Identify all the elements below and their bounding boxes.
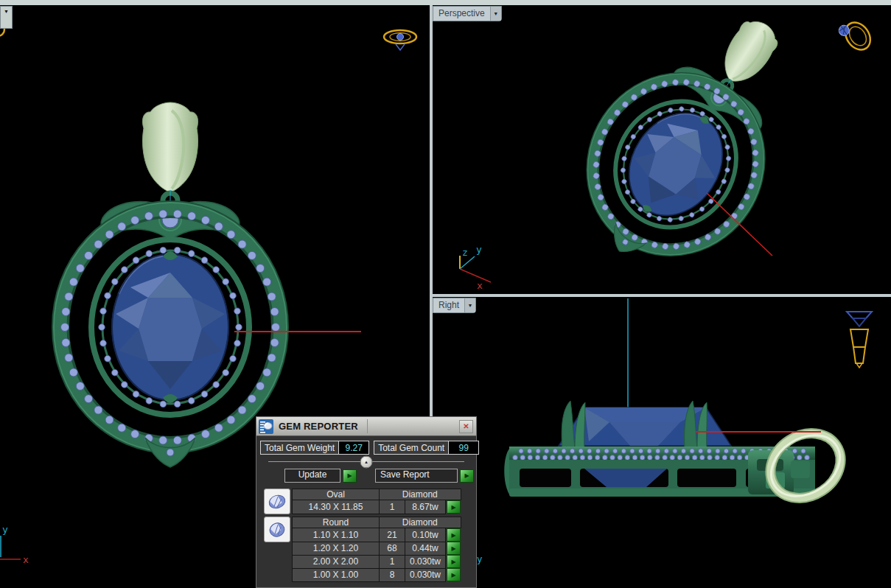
titlebar-groove — [367, 419, 369, 433]
total-gem-weight-label: Total Gem Weight — [261, 441, 338, 454]
collapse-button[interactable]: ▲ — [360, 455, 373, 468]
right-canvas[interactable]: -y — [433, 297, 891, 588]
gem-weight-cell: 0.030tw — [405, 555, 446, 568]
oval-gem-table: Oval Diamond 14.30 X 11.85 1 8.67tw ▶ — [292, 489, 461, 514]
total-gem-count-value: 99 — [448, 441, 478, 454]
perspective-canvas[interactable]: z y x — [433, 5, 891, 294]
round-gem-table: Round Diamond 1.10 X 1.10 21 0.10tw ▶ 1.… — [292, 517, 461, 582]
gem-size-cell: 2.00 X 2.00 — [293, 555, 380, 568]
save-report-button[interactable]: Save Report — [375, 469, 458, 483]
pendant-front-render — [54, 102, 287, 467]
collapse-separator: ▲ — [268, 457, 464, 466]
gem-size-cell: 1.00 X 1.00 — [293, 568, 380, 581]
ring-side-view-icon — [847, 312, 872, 368]
gem-reporter-dialog: GEM REPORTER ✕ Total Gem Weight 9.27 Tot… — [256, 416, 477, 588]
actions-row: Update ▶ Save Report ▶ — [284, 469, 476, 483]
viewport-label-text: Perspective — [433, 7, 490, 21]
front-viewport-label-dropdown[interactable]: ▼ — [0, 6, 13, 29]
app-window: y x ▼ z — [0, 0, 891, 588]
gem-size-cell: 1.10 X 1.10 — [293, 528, 380, 542]
save-report-run-button[interactable]: ▶ — [460, 469, 474, 483]
shape-header-cell: Oval — [293, 489, 380, 500]
gem-row-action-button[interactable]: ▶ — [447, 542, 461, 555]
dropdown-arrow-icon[interactable]: ▼ — [464, 298, 475, 312]
x-axis-label: x — [477, 280, 483, 291]
pendant-side-render — [504, 401, 853, 511]
totals-row: Total Gem Weight 9.27 Total Gem Count 99 — [260, 441, 473, 455]
total-gem-count-label: Total Gem Count — [374, 441, 448, 454]
total-gem-weight-group: Total Gem Weight 9.27 — [260, 441, 369, 455]
gem-weight-cell: 0.030tw — [405, 568, 446, 581]
gem-weight-cell: 8.67tw — [405, 500, 446, 514]
gem-row-action-button[interactable]: ▶ — [447, 500, 461, 514]
dialog-title: GEM REPORTER — [279, 421, 358, 432]
pendant-perspective-render — [547, 5, 839, 294]
gem-size-cell: 14.30 X 11.85 — [293, 500, 380, 514]
table-row: 1.20 X 1.20 68 0.44tw ▶ — [293, 542, 461, 555]
y-axis-label: y — [2, 524, 8, 535]
gem-row-action-button[interactable]: ▶ — [447, 528, 461, 542]
gem-count-cell: 1 — [380, 555, 405, 568]
gem-count-cell: 21 — [380, 528, 405, 542]
oval-gem-block: Oval Diamond 14.30 X 11.85 1 8.67tw ▶ — [264, 489, 476, 514]
gem-row-action-button[interactable]: ▶ — [447, 568, 461, 581]
round-gem-icon — [264, 517, 290, 542]
round-gem-block: Round Diamond 1.10 X 1.10 21 0.10tw ▶ 1.… — [264, 517, 476, 582]
oval-gem-icon — [264, 489, 290, 514]
gem-size-cell: 1.20 X 1.20 — [293, 542, 380, 555]
dialog-titlebar[interactable]: GEM REPORTER ✕ — [256, 417, 476, 436]
dropdown-arrow-icon: ▼ — [4, 9, 9, 14]
viewport-label-text: Right — [433, 298, 464, 312]
table-row: 2.00 X 2.00 1 0.030tw ▶ — [293, 555, 461, 568]
shape-header-cell: Round — [293, 517, 380, 528]
update-button[interactable]: Update — [284, 469, 340, 483]
update-run-button[interactable]: ▶ — [343, 469, 357, 483]
close-icon[interactable]: ✕ — [459, 420, 473, 433]
total-gem-weight-value: 9.27 — [338, 441, 368, 454]
table-row: 1.10 X 1.10 21 0.10tw ▶ — [293, 528, 461, 542]
gem-reporter-icon — [259, 419, 273, 434]
gem-count-cell: 1 — [380, 500, 405, 514]
total-gem-count-group: Total Gem Count 99 — [374, 441, 479, 455]
z-axis-label: z — [462, 247, 468, 258]
gem-count-cell: 68 — [380, 542, 405, 555]
gem-weight-cell: 0.44tw — [405, 542, 446, 555]
table-row: 1.00 X 1.00 8 0.030tw ▶ — [293, 568, 461, 581]
ring-top-view-icon — [384, 30, 416, 50]
table-row: 14.30 X 11.85 1 8.67tw ▶ — [293, 500, 461, 514]
top-toolbar-strip — [0, 0, 891, 5]
gem-count-cell: 8 — [380, 568, 405, 581]
axis-triad: z y x — [460, 244, 491, 291]
ring-perspective-icon — [836, 15, 875, 56]
gem-weight-cell: 0.10tw — [405, 528, 446, 542]
y-axis-label: y — [476, 244, 482, 255]
gem-row-action-button[interactable]: ▶ — [447, 555, 461, 568]
x-axis-label: x — [23, 554, 29, 565]
viewport-perspective[interactable]: z y x Perspective ▼ — [433, 5, 891, 294]
viewport-right[interactable]: -y Right ▼ — [433, 297, 891, 588]
right-viewport-label-dropdown[interactable]: Right ▼ — [433, 298, 476, 313]
type-header-cell: Diamond — [380, 489, 461, 500]
type-header-cell: Diamond — [380, 517, 461, 528]
gem-tables: Oval Diamond 14.30 X 11.85 1 8.67tw ▶ — [264, 489, 476, 582]
dimension-line-red — [707, 193, 772, 256]
perspective-viewport-label-dropdown[interactable]: Perspective ▼ — [433, 6, 502, 21]
dropdown-arrow-icon[interactable]: ▼ — [490, 7, 501, 21]
